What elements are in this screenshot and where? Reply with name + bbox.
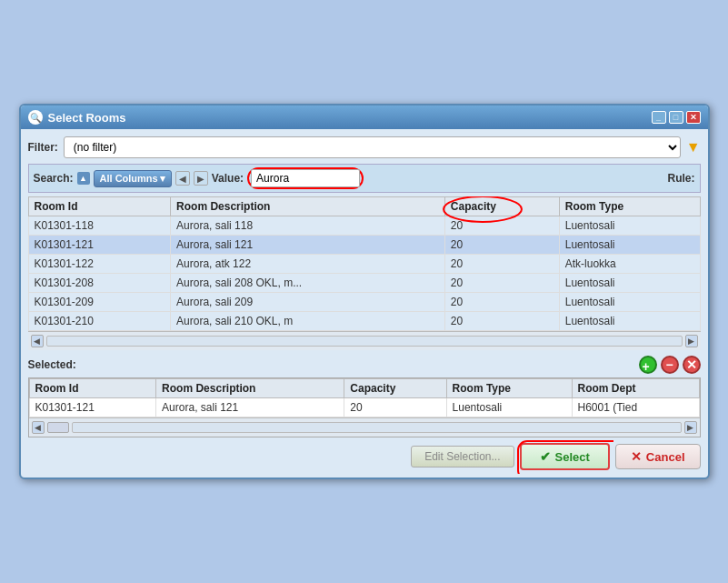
rooms-table-wrapper: Room Id Room Description Capacity bbox=[28, 196, 701, 350]
selected-table-wrapper: Room Id Room Description Capacity Room T… bbox=[28, 377, 701, 437]
room-id-cell: K01301-118 bbox=[28, 216, 171, 236]
rooms-table-body: K01301-118 Aurora, sali 118 20 Luentosal… bbox=[28, 216, 700, 331]
room-id-cell: K01301-208 bbox=[28, 274, 171, 293]
window-title: Select Rooms bbox=[48, 111, 126, 125]
room-id-cell: K01301-122 bbox=[28, 255, 171, 274]
action-buttons: + − ✕ bbox=[639, 356, 701, 374]
select-btn-wrapper: ✔ Select bbox=[520, 443, 610, 470]
top-table-hscroll: ◀ ▶ bbox=[28, 331, 701, 350]
select-rooms-dialog: 🔍 Select Rooms _ □ ✕ Filter: (no filter)… bbox=[19, 104, 710, 479]
add-button[interactable]: + bbox=[639, 356, 657, 374]
title-bar-left: 🔍 Select Rooms bbox=[28, 110, 126, 125]
room-cap-cell: 20 bbox=[444, 312, 559, 331]
sel-col-room-description: Room Description bbox=[156, 379, 344, 398]
room-cap-cell: 20 bbox=[444, 236, 559, 255]
selected-header-row: Room Id Room Description Capacity Room T… bbox=[29, 379, 699, 398]
hscroll-track bbox=[46, 336, 683, 347]
table-row[interactable]: K01301-122 Aurora, atk 122 20 Atk-luokka bbox=[28, 255, 700, 274]
table-row[interactable]: K01301-121 Aurora, sali 121 20 Luentosal… bbox=[28, 236, 700, 255]
selected-section-header: Selected: + − ✕ bbox=[28, 356, 701, 374]
cancel-button[interactable]: ✕ Cancel bbox=[615, 444, 701, 469]
table-row[interactable]: K01301-209 Aurora, sali 209 20 Luentosal… bbox=[28, 293, 700, 312]
room-type-cell: Luentosali bbox=[559, 312, 700, 331]
room-desc-cell: Aurora, atk 122 bbox=[171, 255, 445, 274]
select-button-label: Select bbox=[555, 450, 590, 464]
room-desc-cell: Aurora, sali 210 OKL, m bbox=[171, 312, 445, 331]
dialog-content: Filter: (no filter) ▼ Search: ▲ All Colu… bbox=[21, 129, 708, 477]
bottom-hscroll-right[interactable]: ▶ bbox=[684, 421, 697, 434]
maximize-button[interactable]: □ bbox=[669, 111, 683, 124]
room-type-cell: Luentosali bbox=[559, 293, 700, 312]
room-cap-cell: 20 bbox=[444, 293, 559, 312]
hscroll-right[interactable]: ▶ bbox=[685, 335, 698, 347]
sel-col-room-id: Room Id bbox=[29, 379, 156, 398]
table-row[interactable]: K01301-118 Aurora, sali 118 20 Luentosal… bbox=[28, 216, 700, 236]
column-selector-label: All Columns bbox=[100, 173, 158, 184]
rule-label: Rule: bbox=[668, 172, 695, 185]
sel-col-room-dept: Room Dept bbox=[572, 379, 699, 398]
sel-col-room-type: Room Type bbox=[446, 379, 572, 398]
col-room-type: Room Type bbox=[559, 197, 700, 216]
bottom-hscroll-left[interactable]: ◀ bbox=[32, 421, 45, 434]
rooms-table: Room Id Room Description Capacity bbox=[28, 196, 701, 331]
room-desc-cell: Aurora, sali 209 bbox=[171, 293, 445, 312]
col-dropdown-icon: ▾ bbox=[160, 173, 165, 185]
select-check-icon: ✔ bbox=[540, 449, 551, 464]
filter-label: Filter: bbox=[28, 141, 58, 154]
room-id-cell: K01301-210 bbox=[28, 312, 171, 331]
room-type-cell: Luentosali bbox=[559, 216, 700, 236]
clear-button[interactable]: ✕ bbox=[683, 356, 701, 374]
sel-room-dept-cell: H6001 (Tied bbox=[572, 398, 699, 417]
sel-room-type-cell: Luentosali bbox=[446, 398, 572, 417]
room-desc-cell: Aurora, sali 121 bbox=[171, 236, 445, 255]
hscroll-left[interactable]: ◀ bbox=[31, 335, 44, 347]
sel-room-id-cell: K01301-121 bbox=[29, 398, 156, 417]
window-icon: 🔍 bbox=[28, 110, 43, 125]
sel-room-desc-cell: Aurora, sali 121 bbox=[156, 398, 344, 417]
col-capacity: Capacity bbox=[444, 197, 559, 216]
select-button[interactable]: ✔ Select bbox=[520, 443, 610, 470]
room-type-cell: Luentosali bbox=[559, 236, 700, 255]
bottom-table-hscroll: ◀ ▶ bbox=[29, 417, 700, 437]
bottom-actions: Edit Selection... ✔ Select ✕ Cancel bbox=[28, 443, 701, 470]
room-desc-cell: Aurora, sali 208 OKL, m... bbox=[171, 274, 445, 293]
table-row[interactable]: K01301-210 Aurora, sali 210 OKL, m 20 Lu… bbox=[28, 312, 700, 331]
value-label: Value: bbox=[212, 172, 244, 185]
rooms-table-scroll[interactable]: Room Id Room Description Capacity bbox=[28, 196, 701, 331]
table-row[interactable]: K01301-208 Aurora, sali 208 OKL, m... 20… bbox=[28, 274, 700, 293]
nav-prev-button[interactable]: ◀ bbox=[175, 171, 190, 186]
title-bar: 🔍 Select Rooms _ □ ✕ bbox=[21, 106, 708, 129]
filter-select[interactable]: (no filter) bbox=[64, 136, 681, 158]
selected-label: Selected: bbox=[28, 358, 76, 371]
selected-table: Room Id Room Description Capacity Room T… bbox=[29, 378, 700, 417]
cancel-x-icon: ✕ bbox=[631, 449, 642, 464]
col-room-description: Room Description bbox=[171, 197, 445, 216]
close-button[interactable]: ✕ bbox=[686, 111, 701, 124]
search-value-input[interactable] bbox=[251, 169, 360, 187]
room-cap-cell: 20 bbox=[444, 274, 559, 293]
cancel-button-label: Cancel bbox=[646, 450, 685, 464]
selected-table-row[interactable]: K01301-121 Aurora, sali 121 20 Luentosal… bbox=[29, 398, 699, 417]
sort-asc-button[interactable]: ▲ bbox=[77, 172, 90, 185]
filter-icon[interactable]: ▼ bbox=[686, 139, 701, 156]
minimize-button[interactable]: _ bbox=[652, 111, 666, 124]
col-room-id: Room Id bbox=[28, 197, 171, 216]
sel-room-cap-cell: 20 bbox=[344, 398, 446, 417]
search-row: Search: ▲ All Columns ▾ ◀ ▶ Value: Rule: bbox=[28, 164, 701, 193]
column-selector[interactable]: All Columns ▾ bbox=[94, 170, 172, 187]
bottom-hscroll-track bbox=[72, 422, 682, 433]
room-type-cell: Luentosali bbox=[559, 274, 700, 293]
room-id-cell: K01301-209 bbox=[28, 293, 171, 312]
search-label: Search: bbox=[34, 172, 74, 185]
selected-table-body: K01301-121 Aurora, sali 121 20 Luentosal… bbox=[29, 398, 699, 417]
remove-button[interactable]: − bbox=[661, 356, 679, 374]
edit-selection-button[interactable]: Edit Selection... bbox=[411, 446, 514, 467]
room-cap-cell: 20 bbox=[444, 216, 559, 236]
nav-next-button[interactable]: ▶ bbox=[194, 171, 208, 186]
room-type-cell: Atk-luokka bbox=[559, 255, 700, 274]
bottom-hscroll-thumb[interactable] bbox=[47, 422, 69, 433]
sel-col-capacity: Capacity bbox=[344, 379, 446, 398]
room-id-cell: K01301-121 bbox=[28, 236, 171, 255]
filter-row: Filter: (no filter) ▼ bbox=[28, 136, 701, 158]
table-header-row: Room Id Room Description Capacity bbox=[28, 197, 700, 216]
